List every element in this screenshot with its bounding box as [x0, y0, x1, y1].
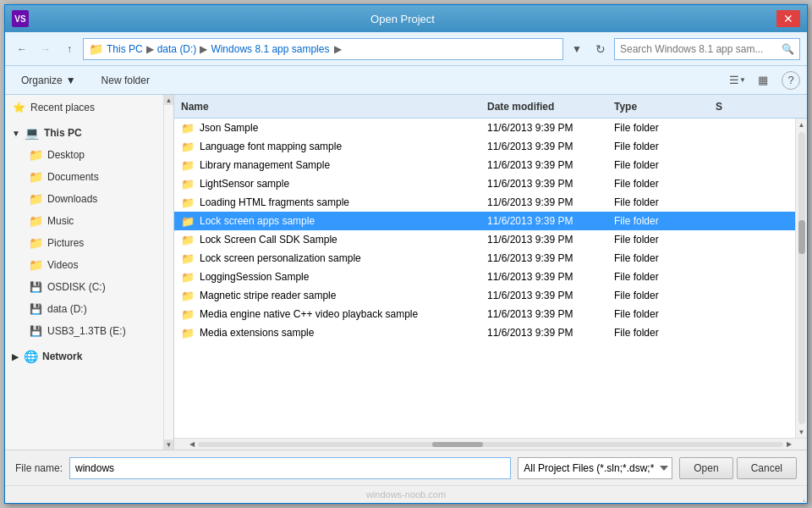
sidebar-network-header[interactable]: ▶ 🌐 Network [5, 345, 173, 367]
file-folder-icon: 📁 [181, 122, 195, 135]
sidebar-item-recent-places[interactable]: ⭐ Recent places [5, 97, 173, 119]
hscroll-right-button[interactable]: ▶ [783, 439, 795, 450]
col-header-type[interactable]: Type [614, 101, 716, 113]
file-name: Lock screen apps sample [200, 215, 315, 227]
file-folder-icon: 📁 [181, 234, 195, 246]
bottom-bar: File name: All Project Files (*.sln;*.ds… [5, 450, 807, 485]
file-folder-icon: 📁 [181, 178, 195, 190]
path-folder-icon: 📁 [89, 42, 103, 56]
resize-grip[interactable]: ⌞ [797, 493, 807, 503]
table-row[interactable]: 📁 Json Sample 11/6/2013 9:39 PM File fol… [174, 119, 795, 137]
filename-input[interactable] [69, 457, 511, 479]
usb-icon: 💾 [29, 324, 42, 338]
sidebar-item-documents[interactable]: 📁 Documents [5, 166, 173, 188]
file-type: File folder [614, 234, 716, 246]
path-win81[interactable]: Windows 8.1 app samples [211, 43, 329, 55]
sidebar-item-music[interactable]: 📁 Music [5, 210, 173, 232]
table-row[interactable]: 📁 Language font mapping sample 11/6/2013… [174, 137, 795, 156]
sidebar-item-videos[interactable]: 📁 Videos [5, 254, 173, 276]
hscroll-thumb[interactable] [432, 442, 483, 447]
table-row[interactable]: 📁 Media engine native C++ video playback… [174, 305, 795, 323]
hscroll-left-button[interactable]: ◀ [186, 439, 198, 450]
file-folder-icon: 📁 [181, 271, 195, 284]
table-row[interactable]: 📁 Magnetic stripe reader sample 11/6/201… [174, 286, 795, 305]
col-header-size[interactable]: S [716, 101, 766, 113]
table-row[interactable]: 📁 Media extensions sample 11/6/2013 9:39… [174, 323, 795, 342]
path-datad[interactable]: data (D:) [157, 43, 197, 55]
search-icon: 🔍 [782, 43, 794, 55]
recent-places-label: Recent places [30, 102, 95, 113]
sidebar-datad-label: data (D:) [47, 303, 87, 315]
this-pc-icon: 💻 [25, 126, 39, 140]
recent-places-icon: ⭐ [12, 101, 25, 114]
file-name: LoggingSession Sample [200, 271, 309, 283]
sidebar-item-pictures[interactable]: 📁 Pictures [5, 232, 173, 254]
search-box[interactable]: 🔍 [614, 38, 800, 60]
videos-folder-icon: 📁 [29, 258, 42, 272]
file-type: File folder [614, 271, 716, 283]
sidebar-videos-label: Videos [47, 259, 78, 271]
help-button[interactable]: ? [782, 71, 800, 90]
view-preview-icon: ▦ [758, 74, 768, 86]
table-row[interactable]: 📁 LoggingSession Sample 11/6/2013 9:39 P… [174, 268, 795, 286]
scroll-up-button[interactable]: ▲ [796, 119, 808, 130]
file-name: Lock screen personalization sample [200, 252, 361, 264]
scroll-thumb[interactable] [798, 220, 805, 254]
file-name: LightSensor sample [200, 178, 289, 190]
downloads-folder-icon: 📁 [29, 192, 42, 206]
back-button[interactable]: ← [12, 39, 32, 59]
table-row[interactable]: 📁 Library management Sample 11/6/2013 9:… [174, 156, 795, 174]
file-list: 📁 Json Sample 11/6/2013 9:39 PM File fol… [174, 119, 795, 438]
scroll-down-button[interactable]: ▼ [796, 426, 808, 438]
file-name: Media extensions sample [200, 327, 314, 339]
table-row[interactable]: 📁 LightSensor sample 11/6/2013 9:39 PM F… [174, 174, 795, 193]
sidebar-recent-group: ⭐ Recent places [5, 95, 173, 120]
new-folder-button[interactable]: New folder [92, 69, 159, 91]
desktop-folder-icon: 📁 [29, 148, 42, 162]
table-row[interactable]: 📁 Lock Screen Call SDK Sample 11/6/2013 … [174, 230, 795, 249]
file-name: Loading HTML fragments sample [200, 196, 349, 208]
address-path[interactable]: 📁 This PC ▶ data (D:) ▶ Windows 8.1 app … [83, 38, 563, 60]
table-row[interactable]: 📁 Lock screen apps sample 11/6/2013 9:39… [174, 212, 795, 230]
sidebar-item-datad[interactable]: 💾 data (D:) [5, 298, 173, 320]
documents-folder-icon: 📁 [29, 170, 42, 184]
col-header-name[interactable]: Name [174, 101, 487, 113]
organize-button[interactable]: Organize ▼ [12, 69, 85, 91]
this-pc-label: This PC [44, 127, 82, 139]
path-sep1: ▶ [146, 43, 154, 55]
vs-logo-icon: VS [12, 10, 29, 27]
scrollbar-area: ▲ ▼ [795, 119, 807, 438]
sidebar-item-desktop[interactable]: 📁 Desktop [5, 144, 173, 166]
sidebar-thispc-header[interactable]: ▼ 💻 This PC [5, 122, 173, 144]
view-preview-button[interactable]: ▦ [751, 69, 775, 91]
file-date: 11/6/2013 9:39 PM [487, 215, 614, 227]
network-expand-icon: ▶ [12, 352, 19, 362]
sidebar-scroll-up[interactable]: ▲ [164, 95, 174, 105]
sidebar-item-downloads[interactable]: 📁 Downloads [5, 188, 173, 210]
sidebar-item-osdisk[interactable]: 💾 OSDISK (C:) [5, 276, 173, 298]
scroll-track[interactable] [798, 132, 805, 424]
search-input[interactable] [620, 43, 778, 55]
title-bar: VS Open Project ✕ [5, 5, 807, 32]
content-area: Name Date modified Type S 📁 Json Sample … [174, 95, 807, 450]
filetype-select[interactable]: All Project Files (*.sln;*.dsw;*Solution… [518, 457, 672, 479]
close-button[interactable]: ✕ [776, 10, 800, 27]
path-thispc[interactable]: This PC [107, 43, 143, 55]
sidebar-item-usb[interactable]: 💾 USB3_1.3TB (E:) [5, 320, 173, 342]
open-button[interactable]: Open [679, 457, 732, 479]
forward-button[interactable]: → [36, 39, 56, 59]
hscroll-track[interactable] [198, 442, 783, 447]
table-row[interactable]: 📁 Loading HTML fragments sample 11/6/201… [174, 193, 795, 212]
address-dropdown-button[interactable]: ▼ [567, 39, 587, 59]
horizontal-scrollbar: ◀ ▶ [174, 438, 807, 450]
refresh-button[interactable]: ↻ [590, 39, 611, 59]
view-details-button[interactable]: ☰ ▼ [726, 69, 749, 91]
file-folder-icon: 📁 [181, 327, 195, 340]
col-header-date[interactable]: Date modified [487, 101, 614, 113]
sidebar-documents-label: Documents [47, 171, 99, 183]
up-button[interactable]: ↑ [59, 39, 80, 59]
table-row[interactable]: 📁 Lock screen personalization sample 11/… [174, 249, 795, 268]
file-folder-icon: 📁 [181, 215, 195, 228]
sidebar-scroll-down[interactable]: ▼ [164, 439, 174, 450]
cancel-button[interactable]: Cancel [737, 457, 797, 479]
